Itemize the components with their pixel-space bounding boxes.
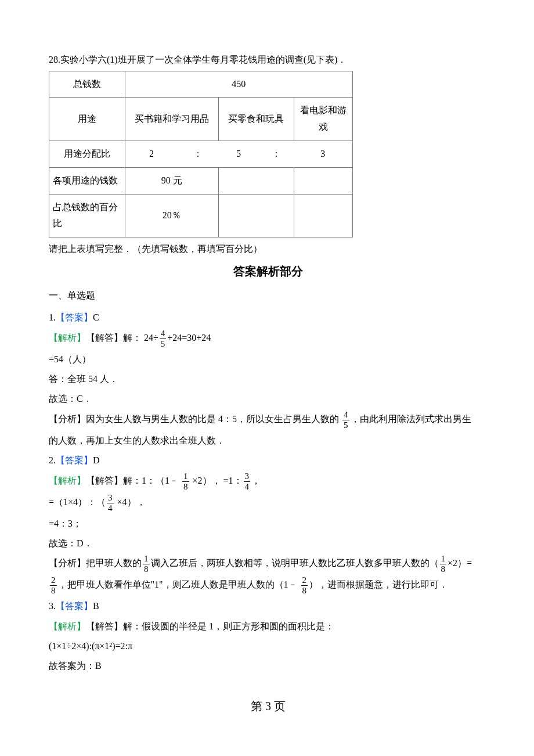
t-usage-c1: 买书籍和学习用品 — [125, 98, 219, 141]
t-ratio-label: 用途分配比 — [49, 141, 125, 167]
q28-fill-note: 请把上表填写完整．（先填写钱数，再填写百分比） — [49, 243, 488, 255]
a3-l1: 解：假设圆的半径是 1，则正方形和圆的面积比是： — [123, 621, 334, 631]
a2-l2-pre: =（1×4）：（ — [49, 497, 106, 507]
a1-expl-prefix: 解： — [123, 333, 142, 343]
t-usage-c2: 买零食和玩具 — [218, 98, 294, 141]
fraction: 34 — [244, 472, 251, 491]
a2-expl-l2: =（1×4）：（34 ×4）， — [49, 494, 488, 513]
fraction: 45 — [160, 329, 167, 348]
t-ratio-s2: : — [259, 141, 294, 167]
a1-an-pre: 因为女生人数与男生人数的比是 4：5，所以女生占男生人数的 — [86, 414, 339, 424]
a1-expr-op1: ÷ — [153, 333, 158, 343]
fraction: 18 — [182, 472, 189, 491]
t-pct-c1: 20％ — [125, 194, 219, 237]
a1-expr-eq: =30+24 — [182, 333, 211, 343]
t-ratio-c1: 2 — [125, 141, 178, 167]
a1-analysis: 【分析】因为女生人数与男生人数的比是 4：5，所以女生占男生人数的 45，由此利… — [49, 411, 488, 430]
t-usage-label: 用途 — [49, 98, 125, 141]
a2-analysis-l1: 【分析】把甲班人数的18调入乙班后，两班人数相等，说明甲班人数比乙班人数多甲班人… — [49, 555, 488, 574]
a1-an-post: ，由此利用除法列式求出男生 — [351, 414, 471, 424]
a3-expl-sub: 【解答】 — [86, 621, 123, 631]
a2-l1-mid: ×2）， =1： — [190, 476, 243, 485]
answer-section-title: 答案解析部分 — [49, 264, 488, 279]
a3-l3: 故答案为：B — [49, 657, 488, 675]
q28-text: 28.实验小学六(1)班开展了一次全体学生每月零花钱用途的调查(见下表)． — [49, 52, 488, 67]
t-usage-c3: 看电影和游戏 — [294, 98, 352, 141]
t-pct-c3 — [294, 194, 352, 237]
q28-table: 总钱数 450 用途 买书籍和学习用品 买零食和玩具 看电影和游戏 用途分配比 … — [49, 71, 353, 238]
analysis-label: 【分析】 — [49, 558, 86, 568]
answer-label: 【答案】 — [56, 312, 93, 322]
t-ratio-s1: : — [178, 141, 218, 167]
t-ratio-c3: 3 — [294, 141, 352, 167]
section1-heading: 一、单选题 — [49, 290, 488, 302]
a1-num: 1. — [49, 312, 56, 322]
fraction: 45 — [342, 411, 349, 430]
fraction: 18 — [143, 555, 150, 574]
a1-an-cont: 的人数，再加上女生的人数求出全班人数． — [49, 432, 488, 449]
t-pct-label: 占总钱数的百分比 — [49, 194, 125, 237]
a1-answer-val: C — [93, 312, 99, 322]
a2-l2-post: ×4）， — [115, 497, 146, 507]
a1-l2: =54（人） — [49, 351, 488, 368]
a2-answer-val: D — [93, 455, 100, 465]
a2-l3: =4：3； — [49, 515, 488, 532]
a2-l1-post: ， — [251, 476, 261, 485]
a2-answer-line: 2.【答案】D — [49, 452, 488, 469]
a3-answer-line: 3.【答案】B — [49, 597, 488, 615]
a2-an-mid2: ×2）= — [448, 558, 472, 568]
fraction: 34 — [107, 494, 114, 513]
a3-l2: (1×1÷2×4):(π×1²)=2:π — [49, 638, 488, 655]
a2-an-pre: 把甲班人数的 — [86, 558, 142, 568]
fraction: 28 — [301, 576, 308, 595]
a1-expr-pre: 24 — [144, 333, 153, 343]
answer-label: 【答案】 — [56, 601, 93, 611]
a1-answer-line: 1.【答案】C — [49, 309, 488, 326]
t-pct-c2 — [218, 194, 294, 237]
a2-an-post: ），进而根据题意，进行比即可． — [309, 579, 448, 589]
t-money-c3 — [294, 167, 352, 194]
explain-label: 【解析】 — [49, 621, 86, 631]
a2-analysis-l2: 28，把甲班人数看作单位"1"，则乙班人数是甲班人数的（1﹣ 28），进而根据题… — [49, 576, 488, 595]
a2-num: 2. — [49, 455, 56, 465]
a2-expl-sub: 【解答】 — [86, 476, 123, 485]
fraction: 18 — [440, 555, 447, 574]
t-money-c2 — [218, 167, 294, 194]
answer-label: 【答案】 — [56, 455, 93, 465]
a2-an-mid1: 调入乙班后，两班人数相等，说明甲班人数比乙班人数多甲班人数的（ — [151, 558, 439, 568]
a2-l4: 故选：D． — [49, 535, 488, 552]
t-ratio-c2: 5 — [218, 141, 259, 167]
explain-label: 【解析】 — [49, 476, 86, 485]
t-total-value: 450 — [125, 71, 353, 98]
a1-expr-post: 24 — [172, 333, 182, 343]
a1-expl-line1: 【解析】【解答】解： 24÷45+24=30+24 — [49, 329, 488, 348]
a1-l3: 答：全班 54 人． — [49, 370, 488, 388]
a1-l4: 故选：C． — [49, 390, 488, 408]
page-footer: 第 3 页 — [49, 699, 488, 714]
a3-expl-l1: 【解析】【解答】解：假设圆的半径是 1，则正方形和圆的面积比是： — [49, 618, 488, 635]
a1-expr-op2: + — [167, 333, 172, 343]
a1-expl-sub: 【解答】 — [86, 333, 123, 343]
explain-label: 【解析】 — [49, 333, 86, 343]
analysis-label: 【分析】 — [49, 414, 86, 424]
a3-num: 3. — [49, 601, 56, 611]
t-total-label: 总钱数 — [49, 71, 125, 98]
a2-an-mid3: ，把甲班人数看作单位"1"，则乙班人数是甲班人数的（1﹣ — [58, 579, 300, 589]
a2-l1-pre: 解：1：（1﹣ — [123, 476, 181, 485]
t-money-c1: 90 元 — [125, 167, 219, 194]
fraction: 28 — [50, 576, 57, 595]
t-money-label: 各项用途的钱数 — [49, 167, 125, 194]
a3-answer-val: B — [93, 601, 99, 611]
a2-expl-l1: 【解析】【解答】解：1：（1﹣ 18 ×2）， =1：34， — [49, 472, 488, 491]
